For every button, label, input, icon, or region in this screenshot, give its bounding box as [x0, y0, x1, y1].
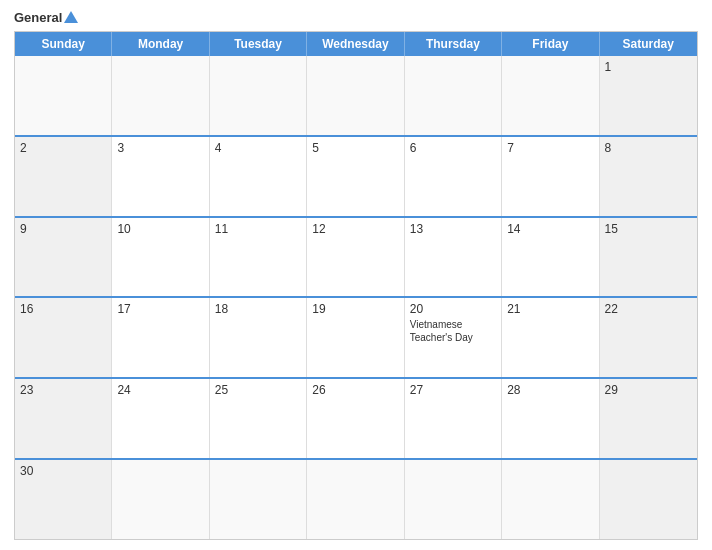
cell-date: 4 — [215, 141, 301, 155]
week-row-3: 1617181920Vietnamese Teacher's Day2122 — [15, 296, 697, 377]
weeks-container: 1234567891011121314151617181920Vietnames… — [15, 56, 697, 539]
calendar-cell — [307, 460, 404, 539]
cell-date: 12 — [312, 222, 398, 236]
cell-date: 15 — [605, 222, 692, 236]
cell-date: 3 — [117, 141, 203, 155]
week-row-5: 30 — [15, 458, 697, 539]
calendar-cell: 1 — [600, 56, 697, 135]
cell-date: 16 — [20, 302, 106, 316]
calendar-cell: 2 — [15, 137, 112, 216]
calendar-cell — [210, 460, 307, 539]
calendar-cell: 30 — [15, 460, 112, 539]
day-header-tuesday: Tuesday — [210, 32, 307, 56]
calendar-cell — [307, 56, 404, 135]
calendar-cell: 29 — [600, 379, 697, 458]
cell-date: 21 — [507, 302, 593, 316]
cell-date: 7 — [507, 141, 593, 155]
calendar-cell: 21 — [502, 298, 599, 377]
calendar-cell: 11 — [210, 218, 307, 297]
day-header-monday: Monday — [112, 32, 209, 56]
cell-date: 9 — [20, 222, 106, 236]
calendar-cell — [502, 56, 599, 135]
calendar-cell: 12 — [307, 218, 404, 297]
cell-date: 28 — [507, 383, 593, 397]
week-row-0: 1 — [15, 56, 697, 135]
calendar-cell: 25 — [210, 379, 307, 458]
day-header-sunday: Sunday — [15, 32, 112, 56]
calendar-cell: 23 — [15, 379, 112, 458]
calendar-cell: 15 — [600, 218, 697, 297]
header: General — [14, 10, 698, 25]
calendar-cell — [405, 460, 502, 539]
cell-date: 17 — [117, 302, 203, 316]
calendar-cell — [210, 56, 307, 135]
calendar-cell — [502, 460, 599, 539]
calendar-cell: 27 — [405, 379, 502, 458]
cell-date: 27 — [410, 383, 496, 397]
calendar: SundayMondayTuesdayWednesdayThursdayFrid… — [14, 31, 698, 540]
calendar-cell: 8 — [600, 137, 697, 216]
logo-general: General — [14, 10, 78, 25]
cell-date: 5 — [312, 141, 398, 155]
cell-date: 14 — [507, 222, 593, 236]
calendar-cell: 7 — [502, 137, 599, 216]
logo: General — [14, 10, 78, 25]
calendar-cell — [112, 460, 209, 539]
cell-date: 2 — [20, 141, 106, 155]
cell-date: 20 — [410, 302, 496, 316]
page: General SundayMondayTuesdayWednesdayThur… — [0, 0, 712, 550]
day-headers-row: SundayMondayTuesdayWednesdayThursdayFrid… — [15, 32, 697, 56]
cell-event: Vietnamese Teacher's Day — [410, 318, 496, 344]
cell-date: 30 — [20, 464, 106, 478]
day-header-friday: Friday — [502, 32, 599, 56]
calendar-cell: 18 — [210, 298, 307, 377]
calendar-cell: 14 — [502, 218, 599, 297]
cell-date: 8 — [605, 141, 692, 155]
calendar-cell: 5 — [307, 137, 404, 216]
week-row-1: 2345678 — [15, 135, 697, 216]
cell-date: 11 — [215, 222, 301, 236]
calendar-cell — [15, 56, 112, 135]
calendar-cell: 16 — [15, 298, 112, 377]
week-row-4: 23242526272829 — [15, 377, 697, 458]
cell-date: 23 — [20, 383, 106, 397]
cell-date: 18 — [215, 302, 301, 316]
calendar-cell: 22 — [600, 298, 697, 377]
calendar-cell: 9 — [15, 218, 112, 297]
cell-date: 19 — [312, 302, 398, 316]
calendar-cell: 10 — [112, 218, 209, 297]
calendar-cell — [405, 56, 502, 135]
calendar-cell — [600, 460, 697, 539]
calendar-cell: 20Vietnamese Teacher's Day — [405, 298, 502, 377]
cell-date: 29 — [605, 383, 692, 397]
cell-date: 10 — [117, 222, 203, 236]
calendar-cell: 13 — [405, 218, 502, 297]
calendar-cell — [112, 56, 209, 135]
calendar-cell: 28 — [502, 379, 599, 458]
cell-date: 24 — [117, 383, 203, 397]
calendar-cell: 24 — [112, 379, 209, 458]
logo-triangle-icon — [64, 11, 78, 23]
cell-date: 1 — [605, 60, 692, 74]
day-header-thursday: Thursday — [405, 32, 502, 56]
cell-date: 26 — [312, 383, 398, 397]
week-row-2: 9101112131415 — [15, 216, 697, 297]
cell-date: 6 — [410, 141, 496, 155]
calendar-cell: 6 — [405, 137, 502, 216]
calendar-cell: 26 — [307, 379, 404, 458]
calendar-cell: 4 — [210, 137, 307, 216]
cell-date: 25 — [215, 383, 301, 397]
day-header-wednesday: Wednesday — [307, 32, 404, 56]
calendar-cell: 3 — [112, 137, 209, 216]
cell-date: 13 — [410, 222, 496, 236]
cell-date: 22 — [605, 302, 692, 316]
calendar-cell: 17 — [112, 298, 209, 377]
calendar-cell: 19 — [307, 298, 404, 377]
day-header-saturday: Saturday — [600, 32, 697, 56]
